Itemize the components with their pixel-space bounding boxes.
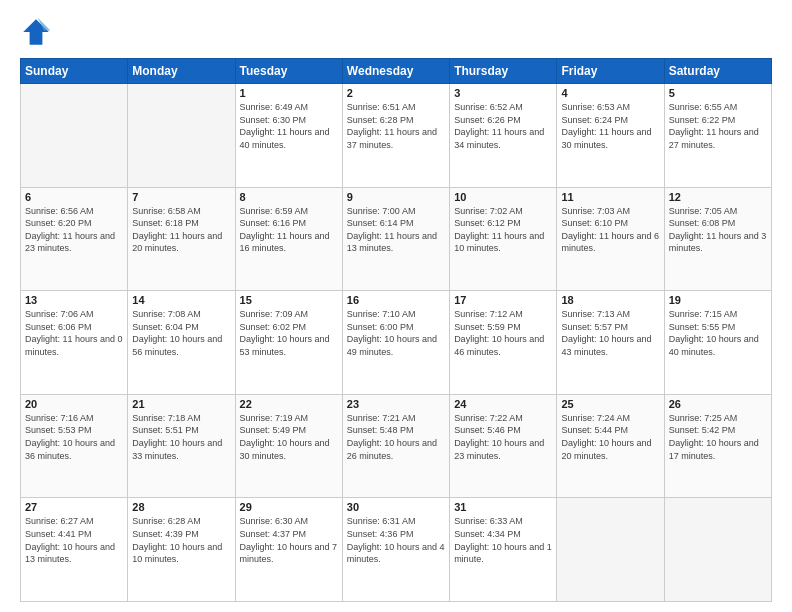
day-info: Sunrise: 6:59 AMSunset: 6:16 PMDaylight:… bbox=[240, 205, 338, 255]
calendar-cell: 24Sunrise: 7:22 AMSunset: 5:46 PMDayligh… bbox=[450, 394, 557, 498]
calendar-table: SundayMondayTuesdayWednesdayThursdayFrid… bbox=[20, 58, 772, 602]
day-number: 10 bbox=[454, 191, 552, 203]
calendar-cell: 8Sunrise: 6:59 AMSunset: 6:16 PMDaylight… bbox=[235, 187, 342, 291]
calendar-cell: 21Sunrise: 7:18 AMSunset: 5:51 PMDayligh… bbox=[128, 394, 235, 498]
calendar-cell: 28Sunrise: 6:28 AMSunset: 4:39 PMDayligh… bbox=[128, 498, 235, 602]
day-number: 8 bbox=[240, 191, 338, 203]
day-number: 6 bbox=[25, 191, 123, 203]
calendar-week-row: 13Sunrise: 7:06 AMSunset: 6:06 PMDayligh… bbox=[21, 291, 772, 395]
day-number: 17 bbox=[454, 294, 552, 306]
calendar-cell: 3Sunrise: 6:52 AMSunset: 6:26 PMDaylight… bbox=[450, 84, 557, 188]
calendar-cell: 27Sunrise: 6:27 AMSunset: 4:41 PMDayligh… bbox=[21, 498, 128, 602]
day-info: Sunrise: 6:31 AMSunset: 4:36 PMDaylight:… bbox=[347, 515, 445, 565]
day-number: 7 bbox=[132, 191, 230, 203]
calendar-cell: 29Sunrise: 6:30 AMSunset: 4:37 PMDayligh… bbox=[235, 498, 342, 602]
day-number: 9 bbox=[347, 191, 445, 203]
calendar-cell: 6Sunrise: 6:56 AMSunset: 6:20 PMDaylight… bbox=[21, 187, 128, 291]
calendar-cell: 30Sunrise: 6:31 AMSunset: 4:36 PMDayligh… bbox=[342, 498, 449, 602]
calendar-week-row: 20Sunrise: 7:16 AMSunset: 5:53 PMDayligh… bbox=[21, 394, 772, 498]
day-number: 25 bbox=[561, 398, 659, 410]
day-info: Sunrise: 7:24 AMSunset: 5:44 PMDaylight:… bbox=[561, 412, 659, 462]
calendar-cell: 18Sunrise: 7:13 AMSunset: 5:57 PMDayligh… bbox=[557, 291, 664, 395]
day-info: Sunrise: 7:00 AMSunset: 6:14 PMDaylight:… bbox=[347, 205, 445, 255]
day-header-sunday: Sunday bbox=[21, 59, 128, 84]
day-number: 23 bbox=[347, 398, 445, 410]
page: SundayMondayTuesdayWednesdayThursdayFrid… bbox=[0, 0, 792, 612]
day-info: Sunrise: 7:21 AMSunset: 5:48 PMDaylight:… bbox=[347, 412, 445, 462]
day-header-wednesday: Wednesday bbox=[342, 59, 449, 84]
day-info: Sunrise: 7:15 AMSunset: 5:55 PMDaylight:… bbox=[669, 308, 767, 358]
day-number: 16 bbox=[347, 294, 445, 306]
day-number: 2 bbox=[347, 87, 445, 99]
day-number: 30 bbox=[347, 501, 445, 513]
day-number: 28 bbox=[132, 501, 230, 513]
day-info: Sunrise: 6:51 AMSunset: 6:28 PMDaylight:… bbox=[347, 101, 445, 151]
day-info: Sunrise: 7:06 AMSunset: 6:06 PMDaylight:… bbox=[25, 308, 123, 358]
calendar-cell: 17Sunrise: 7:12 AMSunset: 5:59 PMDayligh… bbox=[450, 291, 557, 395]
day-number: 24 bbox=[454, 398, 552, 410]
day-number: 13 bbox=[25, 294, 123, 306]
calendar-cell: 19Sunrise: 7:15 AMSunset: 5:55 PMDayligh… bbox=[664, 291, 771, 395]
day-number: 11 bbox=[561, 191, 659, 203]
day-info: Sunrise: 7:18 AMSunset: 5:51 PMDaylight:… bbox=[132, 412, 230, 462]
calendar-week-row: 6Sunrise: 6:56 AMSunset: 6:20 PMDaylight… bbox=[21, 187, 772, 291]
day-number: 1 bbox=[240, 87, 338, 99]
calendar-cell: 31Sunrise: 6:33 AMSunset: 4:34 PMDayligh… bbox=[450, 498, 557, 602]
calendar-cell: 26Sunrise: 7:25 AMSunset: 5:42 PMDayligh… bbox=[664, 394, 771, 498]
calendar-cell bbox=[128, 84, 235, 188]
calendar-cell bbox=[557, 498, 664, 602]
day-number: 12 bbox=[669, 191, 767, 203]
calendar-week-row: 27Sunrise: 6:27 AMSunset: 4:41 PMDayligh… bbox=[21, 498, 772, 602]
day-number: 3 bbox=[454, 87, 552, 99]
day-number: 15 bbox=[240, 294, 338, 306]
day-info: Sunrise: 6:28 AMSunset: 4:39 PMDaylight:… bbox=[132, 515, 230, 565]
day-info: Sunrise: 7:08 AMSunset: 6:04 PMDaylight:… bbox=[132, 308, 230, 358]
day-info: Sunrise: 7:16 AMSunset: 5:53 PMDaylight:… bbox=[25, 412, 123, 462]
calendar-cell: 1Sunrise: 6:49 AMSunset: 6:30 PMDaylight… bbox=[235, 84, 342, 188]
day-info: Sunrise: 6:55 AMSunset: 6:22 PMDaylight:… bbox=[669, 101, 767, 151]
logo-icon bbox=[20, 16, 52, 48]
day-number: 14 bbox=[132, 294, 230, 306]
day-number: 22 bbox=[240, 398, 338, 410]
calendar-cell: 22Sunrise: 7:19 AMSunset: 5:49 PMDayligh… bbox=[235, 394, 342, 498]
calendar-cell bbox=[21, 84, 128, 188]
day-info: Sunrise: 7:02 AMSunset: 6:12 PMDaylight:… bbox=[454, 205, 552, 255]
day-info: Sunrise: 7:05 AMSunset: 6:08 PMDaylight:… bbox=[669, 205, 767, 255]
day-number: 29 bbox=[240, 501, 338, 513]
day-number: 5 bbox=[669, 87, 767, 99]
calendar-cell: 10Sunrise: 7:02 AMSunset: 6:12 PMDayligh… bbox=[450, 187, 557, 291]
calendar-cell: 7Sunrise: 6:58 AMSunset: 6:18 PMDaylight… bbox=[128, 187, 235, 291]
day-info: Sunrise: 6:27 AMSunset: 4:41 PMDaylight:… bbox=[25, 515, 123, 565]
day-info: Sunrise: 6:56 AMSunset: 6:20 PMDaylight:… bbox=[25, 205, 123, 255]
day-info: Sunrise: 7:22 AMSunset: 5:46 PMDaylight:… bbox=[454, 412, 552, 462]
calendar-cell: 14Sunrise: 7:08 AMSunset: 6:04 PMDayligh… bbox=[128, 291, 235, 395]
day-header-saturday: Saturday bbox=[664, 59, 771, 84]
day-info: Sunrise: 7:09 AMSunset: 6:02 PMDaylight:… bbox=[240, 308, 338, 358]
calendar-cell: 4Sunrise: 6:53 AMSunset: 6:24 PMDaylight… bbox=[557, 84, 664, 188]
calendar-cell: 25Sunrise: 7:24 AMSunset: 5:44 PMDayligh… bbox=[557, 394, 664, 498]
calendar-cell: 11Sunrise: 7:03 AMSunset: 6:10 PMDayligh… bbox=[557, 187, 664, 291]
day-info: Sunrise: 7:03 AMSunset: 6:10 PMDaylight:… bbox=[561, 205, 659, 255]
calendar-cell: 2Sunrise: 6:51 AMSunset: 6:28 PMDaylight… bbox=[342, 84, 449, 188]
calendar-cell bbox=[664, 498, 771, 602]
calendar-cell: 15Sunrise: 7:09 AMSunset: 6:02 PMDayligh… bbox=[235, 291, 342, 395]
day-number: 18 bbox=[561, 294, 659, 306]
day-number: 21 bbox=[132, 398, 230, 410]
day-info: Sunrise: 6:33 AMSunset: 4:34 PMDaylight:… bbox=[454, 515, 552, 565]
calendar-header-row: SundayMondayTuesdayWednesdayThursdayFrid… bbox=[21, 59, 772, 84]
day-header-tuesday: Tuesday bbox=[235, 59, 342, 84]
day-number: 26 bbox=[669, 398, 767, 410]
day-info: Sunrise: 6:30 AMSunset: 4:37 PMDaylight:… bbox=[240, 515, 338, 565]
day-info: Sunrise: 6:58 AMSunset: 6:18 PMDaylight:… bbox=[132, 205, 230, 255]
day-info: Sunrise: 7:13 AMSunset: 5:57 PMDaylight:… bbox=[561, 308, 659, 358]
day-info: Sunrise: 7:12 AMSunset: 5:59 PMDaylight:… bbox=[454, 308, 552, 358]
day-info: Sunrise: 7:25 AMSunset: 5:42 PMDaylight:… bbox=[669, 412, 767, 462]
day-header-monday: Monday bbox=[128, 59, 235, 84]
day-number: 4 bbox=[561, 87, 659, 99]
calendar-cell: 20Sunrise: 7:16 AMSunset: 5:53 PMDayligh… bbox=[21, 394, 128, 498]
day-header-thursday: Thursday bbox=[450, 59, 557, 84]
day-number: 19 bbox=[669, 294, 767, 306]
calendar-cell: 23Sunrise: 7:21 AMSunset: 5:48 PMDayligh… bbox=[342, 394, 449, 498]
header bbox=[20, 16, 772, 48]
svg-marker-0 bbox=[23, 19, 49, 45]
